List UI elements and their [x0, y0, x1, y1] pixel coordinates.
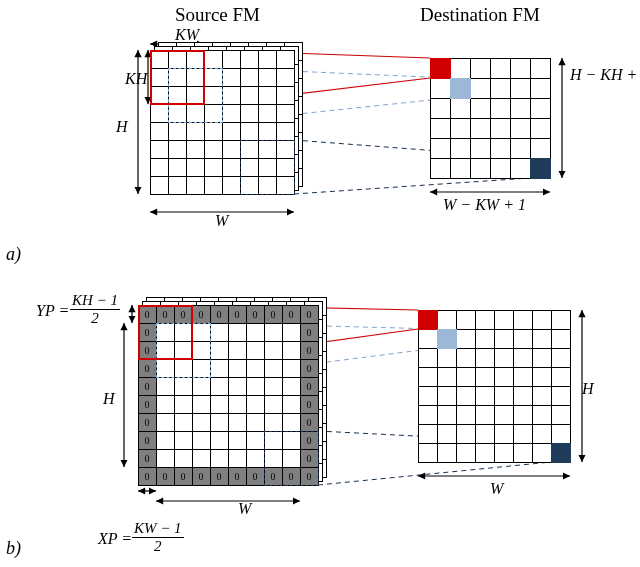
pad-value: 0 — [210, 467, 228, 485]
pad-value: 0 — [300, 377, 318, 395]
pad-value: 0 — [246, 305, 264, 323]
pad-value: 0 — [300, 413, 318, 431]
pad-value: 0 — [228, 467, 246, 485]
panel-a-kernel-red — [150, 50, 205, 105]
panel-a-kernel-darkblue — [240, 140, 295, 195]
pad-value: 0 — [192, 467, 210, 485]
panel-b-kernel-darkblue — [264, 431, 319, 486]
pad-value: 0 — [156, 467, 174, 485]
pad-value: 0 — [282, 305, 300, 323]
pad-value: 0 — [138, 395, 156, 413]
pad-value: 0 — [300, 359, 318, 377]
pad-value: 0 — [138, 431, 156, 449]
pad-value: 0 — [138, 359, 156, 377]
pad-value: 0 — [300, 323, 318, 341]
pad-value: 0 — [138, 413, 156, 431]
pad-value: 0 — [174, 467, 192, 485]
pad-value: 0 — [210, 305, 228, 323]
panel-b-dest-cell-darkblue — [551, 443, 571, 463]
pad-value: 0 — [300, 305, 318, 323]
pad-value: 0 — [228, 305, 246, 323]
pad-value: 0 — [246, 467, 264, 485]
pad-value: 0 — [300, 341, 318, 359]
pad-value: 0 — [138, 377, 156, 395]
pad-value: 0 — [300, 395, 318, 413]
pad-value: 0 — [138, 467, 156, 485]
panel-a-dest-cell-darkblue — [530, 158, 551, 179]
pad-value: 0 — [264, 305, 282, 323]
panel-a-dest-cell-lightblue — [450, 78, 471, 99]
panel-b-dest-cell-red — [418, 310, 438, 330]
panel-b-dest-cell-lightblue — [437, 329, 457, 349]
pad-value: 0 — [192, 305, 210, 323]
panel-b-kernel-red — [138, 305, 193, 360]
panel-a-dest-cell-red — [430, 58, 451, 79]
svg-line-17 — [318, 462, 551, 485]
label-a-destH: H − KH + 1 — [570, 66, 640, 84]
pad-value: 0 — [138, 449, 156, 467]
